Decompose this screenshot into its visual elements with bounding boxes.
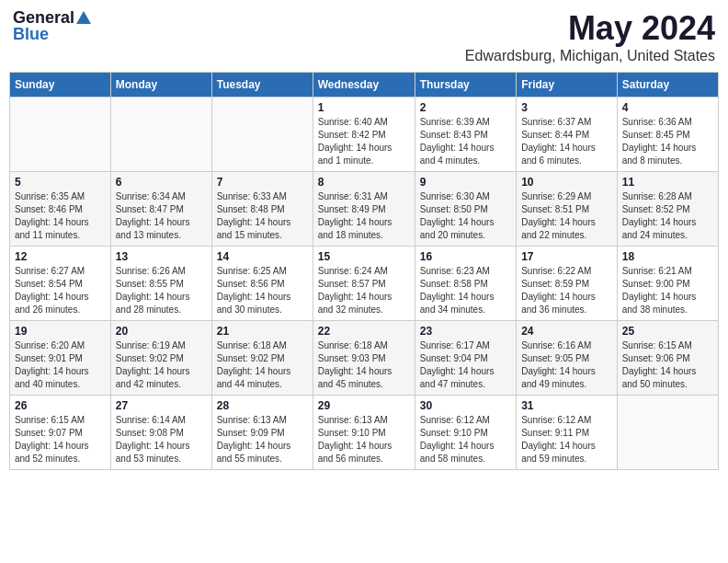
day-info: Sunrise: 6:20 AM Sunset: 9:01 PM Dayligh… <box>15 339 106 391</box>
calendar-cell: 5Sunrise: 6:35 AM Sunset: 8:46 PM Daylig… <box>10 172 111 247</box>
title-block: May 2024 Edwardsburg, Michigan, United S… <box>465 9 715 64</box>
week-row-2: 5Sunrise: 6:35 AM Sunset: 8:46 PM Daylig… <box>10 172 719 247</box>
day-info: Sunrise: 6:18 AM Sunset: 9:03 PM Dayligh… <box>318 339 410 391</box>
calendar-cell: 11Sunrise: 6:28 AM Sunset: 8:52 PM Dayli… <box>617 172 718 247</box>
day-number: 8 <box>318 176 410 189</box>
day-header-sunday: Sunday <box>10 73 111 98</box>
calendar-cell: 7Sunrise: 6:33 AM Sunset: 8:48 PM Daylig… <box>211 172 313 247</box>
day-number: 28 <box>217 399 308 412</box>
calendar-cell: 14Sunrise: 6:25 AM Sunset: 8:56 PM Dayli… <box>211 247 313 321</box>
day-number: 14 <box>217 250 308 263</box>
day-header-saturday: Saturday <box>617 73 718 98</box>
calendar-title: May 2024 <box>465 9 715 48</box>
day-number: 7 <box>217 176 308 189</box>
day-info: Sunrise: 6:13 AM Sunset: 9:09 PM Dayligh… <box>217 414 308 465</box>
calendar-cell: 28Sunrise: 6:13 AM Sunset: 9:09 PM Dayli… <box>211 396 313 470</box>
day-number: 13 <box>116 250 207 263</box>
day-info: Sunrise: 6:15 AM Sunset: 9:07 PM Dayligh… <box>15 414 106 465</box>
day-info: Sunrise: 6:33 AM Sunset: 8:48 PM Dayligh… <box>217 190 308 242</box>
calendar-cell: 6Sunrise: 6:34 AM Sunset: 8:47 PM Daylig… <box>110 172 211 247</box>
day-number: 22 <box>318 325 410 338</box>
day-number: 24 <box>521 325 612 338</box>
day-number: 11 <box>622 176 713 189</box>
calendar-cell: 19Sunrise: 6:20 AM Sunset: 9:01 PM Dayli… <box>10 321 111 396</box>
calendar-cell: 12Sunrise: 6:27 AM Sunset: 8:54 PM Dayli… <box>10 247 111 321</box>
day-number: 17 <box>521 250 612 263</box>
calendar-cell: 17Sunrise: 6:22 AM Sunset: 8:59 PM Dayli… <box>517 247 618 321</box>
calendar-cell: 24Sunrise: 6:16 AM Sunset: 9:05 PM Dayli… <box>517 321 618 396</box>
day-number: 9 <box>420 176 511 189</box>
day-info: Sunrise: 6:36 AM Sunset: 8:45 PM Dayligh… <box>622 116 713 167</box>
calendar-cell: 27Sunrise: 6:14 AM Sunset: 9:08 PM Dayli… <box>110 396 211 470</box>
day-number: 2 <box>420 101 511 114</box>
days-header-row: SundayMondayTuesdayWednesdayThursdayFrid… <box>10 73 719 98</box>
day-number: 12 <box>15 250 106 263</box>
calendar-cell: 8Sunrise: 6:31 AM Sunset: 8:49 PM Daylig… <box>313 172 415 247</box>
logo-triangle-icon <box>76 11 91 24</box>
day-info: Sunrise: 6:25 AM Sunset: 8:56 PM Dayligh… <box>217 265 308 316</box>
day-info: Sunrise: 6:18 AM Sunset: 9:02 PM Dayligh… <box>217 339 308 391</box>
day-number: 26 <box>15 399 106 412</box>
day-info: Sunrise: 6:24 AM Sunset: 8:57 PM Dayligh… <box>318 265 410 316</box>
day-header-tuesday: Tuesday <box>211 73 313 98</box>
calendar-cell: 29Sunrise: 6:13 AM Sunset: 9:10 PM Dayli… <box>313 396 415 470</box>
day-info: Sunrise: 6:28 AM Sunset: 8:52 PM Dayligh… <box>622 190 713 242</box>
day-info: Sunrise: 6:12 AM Sunset: 9:10 PM Dayligh… <box>420 414 511 465</box>
day-number: 20 <box>116 325 207 338</box>
calendar-cell: 18Sunrise: 6:21 AM Sunset: 9:00 PM Dayli… <box>617 247 718 321</box>
week-row-4: 19Sunrise: 6:20 AM Sunset: 9:01 PM Dayli… <box>10 321 719 396</box>
day-number: 6 <box>116 176 207 189</box>
day-info: Sunrise: 6:21 AM Sunset: 9:00 PM Dayligh… <box>622 265 713 316</box>
calendar-cell: 26Sunrise: 6:15 AM Sunset: 9:07 PM Dayli… <box>10 396 111 470</box>
day-info: Sunrise: 6:34 AM Sunset: 8:47 PM Dayligh… <box>116 190 207 242</box>
calendar-cell: 3Sunrise: 6:37 AM Sunset: 8:44 PM Daylig… <box>517 98 618 172</box>
day-header-monday: Monday <box>110 73 211 98</box>
day-info: Sunrise: 6:30 AM Sunset: 8:50 PM Dayligh… <box>420 190 511 242</box>
page-header: General Blue May 2024 Edwardsburg, Michi… <box>9 9 719 64</box>
week-row-5: 26Sunrise: 6:15 AM Sunset: 9:07 PM Dayli… <box>10 396 719 470</box>
day-number: 4 <box>622 101 713 114</box>
calendar-cell: 13Sunrise: 6:26 AM Sunset: 8:55 PM Dayli… <box>110 247 211 321</box>
logo-general-text: General <box>13 9 74 26</box>
calendar-cell: 25Sunrise: 6:15 AM Sunset: 9:06 PM Dayli… <box>617 321 718 396</box>
day-info: Sunrise: 6:23 AM Sunset: 8:58 PM Dayligh… <box>420 265 511 316</box>
calendar-cell <box>211 98 313 172</box>
week-row-3: 12Sunrise: 6:27 AM Sunset: 8:54 PM Dayli… <box>10 247 719 321</box>
calendar-cell: 22Sunrise: 6:18 AM Sunset: 9:03 PM Dayli… <box>313 321 415 396</box>
day-info: Sunrise: 6:19 AM Sunset: 9:02 PM Dayligh… <box>116 339 207 391</box>
calendar-cell: 31Sunrise: 6:12 AM Sunset: 9:11 PM Dayli… <box>517 396 618 470</box>
day-number: 18 <box>622 250 713 263</box>
day-number: 1 <box>318 101 410 114</box>
calendar-cell: 4Sunrise: 6:36 AM Sunset: 8:45 PM Daylig… <box>617 98 718 172</box>
day-number: 29 <box>318 399 410 412</box>
day-header-wednesday: Wednesday <box>313 73 415 98</box>
day-number: 5 <box>15 176 106 189</box>
day-header-friday: Friday <box>517 73 618 98</box>
day-info: Sunrise: 6:31 AM Sunset: 8:49 PM Dayligh… <box>318 190 410 242</box>
day-number: 19 <box>15 325 106 338</box>
calendar-cell: 30Sunrise: 6:12 AM Sunset: 9:10 PM Dayli… <box>415 396 516 470</box>
day-info: Sunrise: 6:29 AM Sunset: 8:51 PM Dayligh… <box>521 190 612 242</box>
day-info: Sunrise: 6:12 AM Sunset: 9:11 PM Dayligh… <box>521 414 612 465</box>
calendar-cell: 15Sunrise: 6:24 AM Sunset: 8:57 PM Dayli… <box>313 247 415 321</box>
day-number: 21 <box>217 325 308 338</box>
week-row-1: 1Sunrise: 6:40 AM Sunset: 8:42 PM Daylig… <box>10 98 719 172</box>
day-info: Sunrise: 6:35 AM Sunset: 8:46 PM Dayligh… <box>15 190 106 242</box>
day-number: 30 <box>420 399 511 412</box>
calendar-cell: 2Sunrise: 6:39 AM Sunset: 8:43 PM Daylig… <box>415 98 516 172</box>
day-number: 16 <box>420 250 511 263</box>
day-info: Sunrise: 6:13 AM Sunset: 9:10 PM Dayligh… <box>318 414 410 465</box>
day-number: 23 <box>420 325 511 338</box>
calendar-cell <box>10 98 111 172</box>
calendar-table: SundayMondayTuesdayWednesdayThursdayFrid… <box>9 72 719 470</box>
calendar-cell: 20Sunrise: 6:19 AM Sunset: 9:02 PM Dayli… <box>110 321 211 396</box>
calendar-cell <box>617 396 718 470</box>
calendar-cell: 23Sunrise: 6:17 AM Sunset: 9:04 PM Dayli… <box>415 321 516 396</box>
day-number: 10 <box>521 176 612 189</box>
calendar-cell: 10Sunrise: 6:29 AM Sunset: 8:51 PM Dayli… <box>517 172 618 247</box>
day-header-thursday: Thursday <box>415 73 516 98</box>
calendar-cell <box>110 98 211 172</box>
calendar-subtitle: Edwardsburg, Michigan, United States <box>465 48 715 64</box>
day-info: Sunrise: 6:27 AM Sunset: 8:54 PM Dayligh… <box>15 265 106 316</box>
day-number: 3 <box>521 101 612 114</box>
